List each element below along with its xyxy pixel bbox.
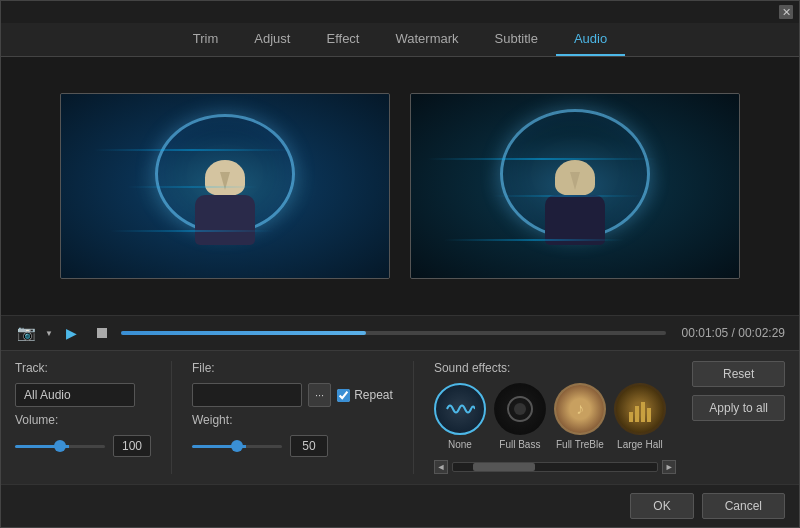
stop-button[interactable]: [91, 322, 113, 344]
play-icon: ▶: [66, 325, 77, 341]
sound-section: Sound effects: None: [434, 361, 676, 474]
title-bar: ✕: [1, 1, 799, 23]
effects-scrollbar: ◄ ►: [434, 460, 676, 474]
right-buttons: Reset Apply to all: [692, 361, 785, 421]
track-dropdown[interactable]: All Audio Track 1 Track 2: [15, 383, 135, 407]
time-display: 00:01:05 / 00:02:29: [682, 326, 785, 340]
effect-fullbass-circle: [494, 383, 546, 435]
tab-watermark[interactable]: Watermark: [377, 23, 476, 56]
scroll-thumb: [473, 463, 534, 471]
svg-rect-2: [629, 412, 633, 422]
sound-effects-row: None Full Bass ♪: [434, 383, 676, 450]
wave-svg: [445, 394, 475, 424]
divider-1: [171, 361, 172, 474]
file-section: File: ··· Repeat Weight: 50: [192, 361, 393, 457]
camera-button[interactable]: 📷: [15, 322, 37, 344]
main-window: ✕ Trim Adjust Effect Watermark Subtitle …: [0, 0, 800, 528]
sound-effects-label: Sound effects:: [434, 361, 676, 375]
file-input[interactable]: [192, 383, 302, 407]
weight-value: 50: [290, 435, 328, 457]
svg-point-1: [514, 403, 526, 415]
effect-fullbass-label: Full Bass: [499, 439, 540, 450]
tab-trim[interactable]: Trim: [175, 23, 237, 56]
repeat-label: Repeat: [354, 388, 393, 402]
track-label: Track:: [15, 361, 151, 375]
tab-audio[interactable]: Audio: [556, 23, 625, 56]
effect-largehall[interactable]: Large Hall: [614, 383, 666, 450]
effect-none-label: None: [448, 439, 472, 450]
weight-slider-row: 50: [192, 435, 393, 457]
progress-bar[interactable]: [121, 331, 666, 335]
stop-icon: [97, 328, 107, 338]
effect-none[interactable]: None: [434, 383, 486, 450]
footer-bar: OK Cancel: [1, 484, 799, 527]
bass-svg: [505, 394, 535, 424]
track-select-row: All Audio Track 1 Track 2: [15, 383, 151, 407]
video-preview-left: [60, 93, 390, 279]
tab-effect[interactable]: Effect: [308, 23, 377, 56]
scroll-right-arrow[interactable]: ►: [662, 460, 676, 474]
tab-bar: Trim Adjust Effect Watermark Subtitle Au…: [1, 23, 799, 57]
preview-area: [1, 57, 799, 315]
camera-icon: 📷: [17, 324, 36, 342]
volume-slider-row: 100: [15, 435, 151, 457]
cancel-button[interactable]: Cancel: [702, 493, 785, 519]
effect-fulltreble-label: Full TreBle: [556, 439, 604, 450]
video-preview-right: [410, 93, 740, 279]
apply-to-all-button[interactable]: Apply to all: [692, 395, 785, 421]
progress-fill: [121, 331, 366, 335]
svg-rect-5: [647, 408, 651, 422]
effect-none-circle: [434, 383, 486, 435]
volume-slider[interactable]: [15, 445, 105, 448]
bottom-panel: Track: All Audio Track 1 Track 2 Volume:…: [1, 350, 799, 484]
file-label: File:: [192, 361, 393, 375]
controls-bar: 📷 ▼ ▶ 00:01:05 / 00:02:29: [1, 315, 799, 350]
weight-label: Weight:: [192, 413, 393, 427]
play-button[interactable]: ▶: [61, 322, 83, 344]
svg-rect-4: [641, 402, 645, 422]
file-input-row: ··· Repeat: [192, 383, 393, 407]
effect-largehall-label: Large Hall: [617, 439, 663, 450]
scroll-track[interactable]: [452, 462, 658, 472]
effect-fulltreble-circle: ♪: [554, 383, 606, 435]
repeat-checkbox[interactable]: [337, 389, 350, 402]
hall-svg: [625, 394, 655, 424]
dropdown-arrow-small: ▼: [45, 329, 53, 338]
reset-button[interactable]: Reset: [692, 361, 785, 387]
effect-fullbass[interactable]: Full Bass: [494, 383, 546, 450]
effect-largehall-circle: [614, 383, 666, 435]
tab-subtitle[interactable]: Subtitle: [477, 23, 556, 56]
ok-button[interactable]: OK: [630, 493, 693, 519]
scroll-left-arrow[interactable]: ◄: [434, 460, 448, 474]
repeat-checkbox-row: Repeat: [337, 388, 393, 402]
svg-rect-3: [635, 406, 639, 422]
weight-slider[interactable]: [192, 445, 282, 448]
browse-button[interactable]: ···: [308, 383, 331, 407]
track-volume-section: Track: All Audio Track 1 Track 2 Volume:…: [15, 361, 151, 457]
close-button[interactable]: ✕: [779, 5, 793, 19]
divider-2: [413, 361, 414, 474]
volume-value: 100: [113, 435, 151, 457]
effect-fulltreble[interactable]: ♪ Full TreBle: [554, 383, 606, 450]
tab-adjust[interactable]: Adjust: [236, 23, 308, 56]
volume-label: Volume:: [15, 413, 151, 427]
